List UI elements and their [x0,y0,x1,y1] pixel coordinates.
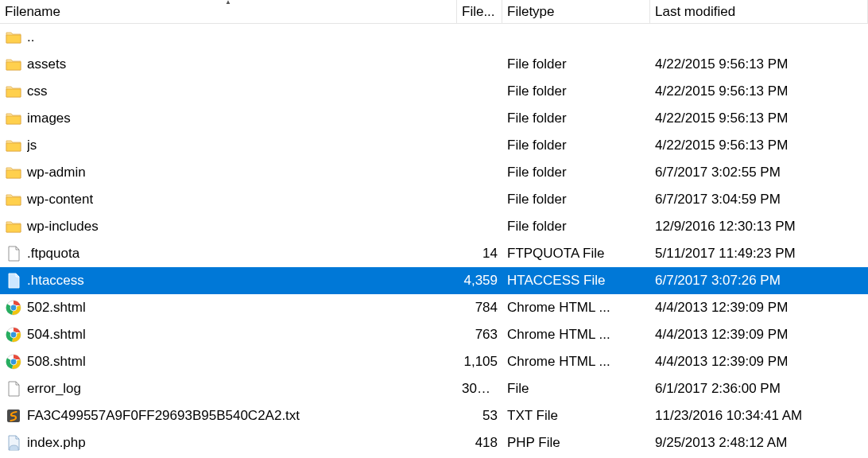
folder-icon [5,110,22,127]
filetype-cell: TXT File [502,408,650,424]
filename-cell: 504.shtml [0,326,457,344]
filename-label: 508.shtml [27,354,86,370]
filename-cell: error_log [0,380,457,398]
chrome-icon [5,326,22,344]
lastmodified-cell: 5/11/2017 11:49:23 PM [650,246,868,262]
filename-label: css [27,83,48,99]
sublime-icon [5,407,22,425]
file-row[interactable]: .ftpquota14FTPQUOTA File5/11/2017 11:49:… [0,240,868,267]
filetype-cell: File folder [502,111,650,126]
chrome-icon [5,299,22,316]
filename-cell: assets [0,56,457,73]
file-sel-icon [5,272,22,289]
file-row[interactable]: index.php418PHP File9/25/2013 2:48:12 AM [0,429,868,456]
filename-label: 502.shtml [27,300,86,316]
lastmodified-cell: 4/22/2015 9:56:13 PM [650,138,868,153]
file-row[interactable]: cssFile folder4/22/2015 9:56:13 PM [0,78,868,105]
file-row[interactable]: 504.shtml763Chrome HTML ...4/4/2013 12:3… [0,321,868,348]
filesize-cell: 14 [457,246,502,262]
file-row[interactable]: wp-adminFile folder6/7/2017 3:02:55 PM [0,159,868,186]
file-row[interactable]: 508.shtml1,105Chrome HTML ...4/4/2013 12… [0,348,868,375]
filetype-cell: File folder [502,83,650,99]
filename-label: wp-admin [27,165,86,180]
filetype-cell: File [502,381,650,397]
column-header-filetype[interactable]: Filetype [502,0,650,23]
filetype-cell: File folder [502,56,650,72]
filename-cell: .. [0,29,457,46]
file-row[interactable]: .. [0,24,868,51]
filetype-cell: HTACCESS File [502,273,650,289]
filetype-cell: PHP File [502,435,650,451]
lastmodified-cell: 4/22/2015 9:56:13 PM [650,56,868,72]
column-label: Filetype [507,4,555,20]
filetype-cell: File folder [502,219,650,235]
filename-label: images [27,111,71,126]
filename-cell: css [0,83,457,100]
file-row[interactable]: imagesFile folder4/22/2015 9:56:13 PM [0,105,868,132]
lastmodified-cell: 9/25/2013 2:48:12 AM [650,435,868,451]
filename-cell: images [0,110,457,127]
filename-cell: .htaccess [0,272,457,289]
lastmodified-cell: 6/7/2017 3:04:59 PM [650,192,868,208]
filesize-cell: 784 [457,300,502,316]
lastmodified-cell: 4/4/2013 12:39:09 PM [650,327,868,343]
folder-icon [5,164,22,181]
filename-label: .. [27,29,34,45]
filetype-cell: Chrome HTML ... [502,300,650,316]
filesize-cell: 304,... [457,381,502,397]
chrome-icon [5,353,22,371]
lastmodified-cell: 6/7/2017 3:02:55 PM [650,165,868,180]
column-header-lastmodified[interactable]: Last modified [650,0,868,23]
column-header-filesize[interactable]: File... [457,0,502,23]
filetype-cell: File folder [502,138,650,153]
filesize-cell: 763 [457,327,502,343]
filesize-cell: 53 [457,408,502,424]
file-row[interactable]: wp-includesFile folder12/9/2016 12:30:13… [0,213,868,240]
filetype-cell: File folder [502,192,650,208]
column-header-row: Filename ▲ File... Filetype Last modifie… [0,0,868,24]
lastmodified-cell: 4/4/2013 12:39:09 PM [650,300,868,316]
file-row[interactable]: assetsFile folder4/22/2015 9:56:13 PM [0,51,868,78]
file-row[interactable]: 502.shtml784Chrome HTML ...4/4/2013 12:3… [0,294,868,321]
lastmodified-cell: 11/23/2016 10:34:41 AM [650,408,868,424]
folder-icon [5,218,22,235]
filename-cell: wp-includes [0,218,457,235]
filename-cell: wp-admin [0,164,457,181]
file-row[interactable]: wp-contentFile folder6/7/2017 3:04:59 PM [0,186,868,213]
lastmodified-cell: 6/7/2017 3:07:26 PM [650,273,868,289]
filesize-cell: 1,105 [457,354,502,370]
filetype-cell: Chrome HTML ... [502,354,650,370]
lastmodified-cell: 4/4/2013 12:39:09 PM [650,354,868,370]
filename-label: index.php [27,435,86,451]
lastmodified-cell: 4/22/2015 9:56:13 PM [650,83,868,99]
filename-label: wp-includes [27,219,99,235]
filetype-cell: FTPQUOTA File [502,246,650,262]
filename-label: error_log [27,381,81,397]
filename-label: .htaccess [27,273,84,289]
column-header-filename[interactable]: Filename ▲ [0,0,457,23]
php-icon [5,434,22,452]
filename-cell: .ftpquota [0,245,457,262]
sort-arrow-up-icon: ▲ [225,0,231,6]
filename-label: wp-content [27,192,93,208]
folder-icon [5,29,22,46]
file-row[interactable]: error_log304,...File6/1/2017 2:36:00 PM [0,375,868,402]
filename-cell: wp-content [0,191,457,208]
filetype-cell: Chrome HTML ... [502,327,650,343]
filename-label: 504.shtml [27,327,86,343]
folder-icon [5,83,22,100]
file-row[interactable]: jsFile folder4/22/2015 9:56:13 PM [0,132,868,159]
filename-cell: js [0,137,457,154]
lastmodified-cell: 4/22/2015 9:56:13 PM [650,111,868,126]
filename-cell: FA3C499557A9F0FF29693B95B540C2A2.txt [0,407,457,425]
file-row[interactable]: FA3C499557A9F0FF29693B95B540C2A2.txt53TX… [0,402,868,429]
column-label: Last modified [655,4,735,20]
column-label: Filename [5,4,60,20]
file-row[interactable]: .htaccess4,359HTACCESS File6/7/2017 3:07… [0,267,868,294]
filesize-cell: 4,359 [457,273,502,289]
folder-icon [5,137,22,154]
filesize-cell: 418 [457,435,502,451]
folder-icon [5,56,22,73]
file-icon [5,245,22,262]
folder-icon [5,191,22,208]
